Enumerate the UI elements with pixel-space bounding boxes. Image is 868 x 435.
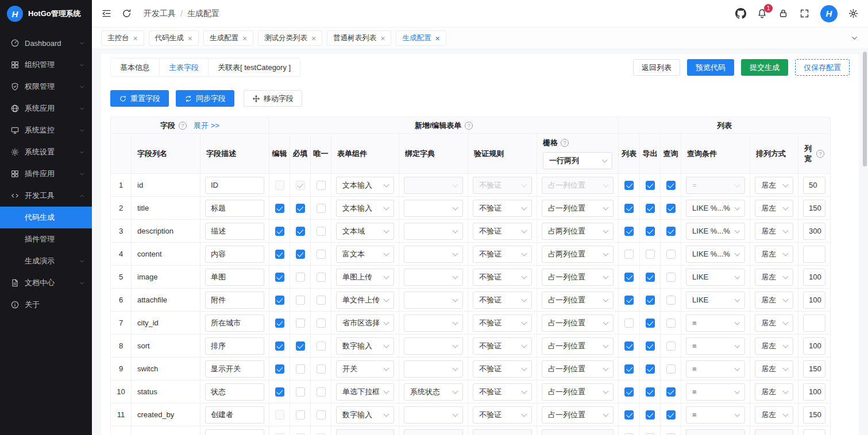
- sidebar-item[interactable]: 权限管理: [0, 76, 92, 98]
- query-checkbox[interactable]: [666, 410, 676, 420]
- unique-checkbox[interactable]: [317, 341, 326, 351]
- form-component-select[interactable]: 单文件上传: [336, 292, 394, 309]
- reset-fields-button[interactable]: 重置字段: [110, 90, 169, 107]
- required-checkbox[interactable]: [296, 341, 305, 351]
- grid-position-select[interactable]: 占一列位置: [542, 292, 614, 309]
- edit-checkbox[interactable]: [275, 273, 284, 282]
- validation-rule-select[interactable]: 不验证: [473, 383, 532, 401]
- validation-rule-select[interactable]: 不验证: [473, 337, 532, 355]
- required-checkbox[interactable]: [296, 410, 305, 420]
- column-width-input[interactable]: 150: [803, 406, 825, 424]
- user-avatar[interactable]: H: [820, 5, 838, 22]
- export-checkbox[interactable]: [646, 296, 655, 305]
- lock-screen-icon[interactable]: [778, 8, 789, 19]
- required-checkbox[interactable]: [296, 250, 305, 259]
- sync-fields-button[interactable]: 同步字段: [176, 90, 234, 107]
- sidebar-item[interactable]: 插件应用: [0, 163, 92, 185]
- field-desc-input[interactable]: 状态: [205, 383, 264, 401]
- sidebar-subitem[interactable]: 生成演示: [0, 250, 92, 272]
- validation-rule-select[interactable]: 不验证: [473, 223, 532, 240]
- field-desc-input[interactable]: 描述: [205, 223, 264, 240]
- query-checkbox[interactable]: [666, 227, 676, 236]
- export-checkbox[interactable]: [646, 181, 655, 190]
- required-checkbox[interactable]: [296, 319, 305, 328]
- edit-checkbox[interactable]: [275, 341, 284, 351]
- dict-select[interactable]: [404, 406, 463, 424]
- validation-rule-select[interactable]: 不验证: [473, 292, 532, 309]
- page-tab[interactable]: 代码生成×: [149, 30, 199, 46]
- query-checkbox[interactable]: [666, 250, 676, 259]
- validation-rule-select[interactable]: 不验证: [473, 269, 532, 286]
- grid-position-select[interactable]: 占一列位置: [542, 360, 614, 378]
- query-condition-select[interactable]: =: [686, 337, 745, 355]
- align-select[interactable]: 居左: [755, 177, 793, 194]
- unique-checkbox[interactable]: [317, 273, 326, 282]
- config-tab[interactable]: 关联表[ testCategory ]: [208, 58, 300, 77]
- dict-select[interactable]: [404, 314, 463, 332]
- column-width-input[interactable]: [803, 429, 825, 435]
- submit-generate-button[interactable]: 提交生成: [741, 59, 788, 76]
- unique-checkbox[interactable]: [317, 204, 326, 213]
- close-tab-icon[interactable]: ×: [380, 34, 385, 42]
- edit-checkbox[interactable]: [275, 296, 284, 305]
- dict-select[interactable]: [404, 200, 463, 217]
- required-checkbox[interactable]: [296, 227, 305, 236]
- column-width-input[interactable]: 150: [803, 360, 825, 378]
- align-select[interactable]: 居左: [755, 406, 793, 424]
- sidebar-item[interactable]: 关于: [0, 294, 92, 316]
- grid-position-select[interactable]: 占一列位置: [542, 383, 614, 401]
- grid-position-select[interactable]: 占一列位置: [542, 269, 614, 286]
- fullscreen-icon[interactable]: [799, 8, 810, 19]
- unique-checkbox[interactable]: [317, 387, 326, 397]
- list-checkbox[interactable]: [624, 273, 634, 282]
- required-checkbox[interactable]: [296, 387, 305, 397]
- export-checkbox[interactable]: [646, 273, 655, 282]
- field-desc-input[interactable]: 内容: [205, 246, 264, 263]
- form-component-select[interactable]: 数字输入: [336, 337, 394, 355]
- field-desc-input[interactable]: 单图: [205, 269, 264, 286]
- align-select[interactable]: 居左: [755, 200, 793, 217]
- query-condition-select[interactable]: =: [686, 314, 745, 332]
- sidebar-item[interactable]: 系统应用: [0, 98, 92, 119]
- grid-layout-select[interactable]: 一行两列: [543, 152, 612, 169]
- sidebar-subitem[interactable]: 插件管理: [0, 228, 92, 250]
- form-component-select[interactable]: 富文本: [336, 246, 394, 263]
- validation-rule-select[interactable]: 不验证: [473, 406, 532, 424]
- field-desc-input[interactable]: [205, 429, 264, 435]
- edit-checkbox[interactable]: [275, 204, 284, 213]
- unique-checkbox[interactable]: [317, 410, 326, 420]
- validation-rule-select[interactable]: 不验证: [473, 200, 532, 217]
- align-select[interactable]: 居左: [755, 314, 793, 332]
- export-checkbox[interactable]: [646, 387, 655, 397]
- sidebar-item[interactable]: 组织管理: [0, 54, 92, 76]
- query-checkbox[interactable]: [666, 296, 676, 305]
- preview-code-button[interactable]: 预览代码: [687, 59, 734, 76]
- form-component-select[interactable]: 开关: [336, 360, 394, 378]
- list-checkbox[interactable]: [624, 387, 634, 397]
- query-condition-select[interactable]: LIKE: [686, 269, 745, 286]
- grid-position-select[interactable]: 占一列位置: [542, 314, 614, 332]
- export-checkbox[interactable]: [646, 250, 655, 259]
- column-width-input[interactable]: 100: [803, 292, 825, 309]
- export-checkbox[interactable]: [646, 341, 655, 351]
- align-select[interactable]: 居左: [755, 360, 793, 378]
- back-to-list-button[interactable]: 返回列表: [633, 59, 680, 76]
- validation-rule-select[interactable]: 不验证: [473, 360, 532, 378]
- query-checkbox[interactable]: [666, 341, 676, 351]
- sidebar-subitem[interactable]: 代码生成: [0, 207, 92, 228]
- form-component-select[interactable]: 文本输入: [336, 200, 394, 217]
- query-condition-select[interactable]: LIKE %...%: [686, 246, 745, 263]
- unique-checkbox[interactable]: [317, 181, 326, 190]
- grid-position-select[interactable]: 占两列位置: [542, 223, 614, 240]
- export-checkbox[interactable]: [646, 410, 655, 420]
- align-select[interactable]: 居左: [755, 269, 793, 286]
- config-tab[interactable]: 基本信息: [110, 58, 160, 77]
- field-desc-input[interactable]: 排序: [205, 337, 264, 355]
- save-config-only-button[interactable]: 仅保存配置: [795, 59, 850, 76]
- required-checkbox[interactable]: [296, 296, 305, 305]
- breadcrumb-parent[interactable]: 开发工具: [144, 9, 176, 19]
- query-checkbox[interactable]: [666, 273, 676, 282]
- query-checkbox[interactable]: [666, 204, 676, 213]
- form-component-select[interactable]: 省市区选择: [336, 314, 394, 332]
- field-desc-input[interactable]: 显示开关: [205, 360, 264, 378]
